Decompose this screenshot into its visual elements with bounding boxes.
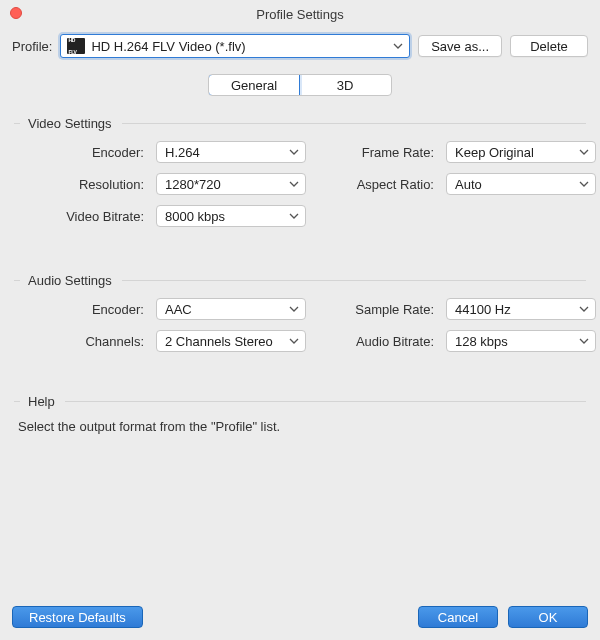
- profile-select[interactable]: HD H.264 FLV Video (*.flv): [60, 34, 410, 58]
- chevron-down-icon: [579, 336, 589, 346]
- video-encoder-label: Encoder:: [18, 145, 146, 160]
- audio-settings-section: Audio Settings Encoder: AAC Sample Rate:…: [0, 273, 600, 388]
- chevron-down-icon: [289, 336, 299, 346]
- help-section: Help Select the output format from the "…: [0, 394, 600, 434]
- audio-bitrate-select[interactable]: 128 kbps: [446, 330, 596, 352]
- flv-icon: [67, 38, 85, 54]
- tabs: General 3D: [0, 68, 600, 110]
- help-header: Help: [14, 394, 586, 409]
- window-title: Profile Settings: [256, 7, 343, 22]
- chevron-down-icon: [289, 211, 299, 221]
- window-controls: [10, 7, 22, 19]
- ok-button[interactable]: OK: [508, 606, 588, 628]
- audio-encoder-label: Encoder:: [18, 302, 146, 317]
- frame-rate-select[interactable]: Keep Original: [446, 141, 596, 163]
- video-bitrate-select[interactable]: 8000 kbps: [156, 205, 306, 227]
- profile-row: Profile: HD H.264 FLV Video (*.flv) Save…: [0, 28, 600, 68]
- audio-encoder-select[interactable]: AAC: [156, 298, 306, 320]
- audio-settings-header: Audio Settings: [14, 273, 586, 288]
- sample-rate-select[interactable]: 44100 Hz: [446, 298, 596, 320]
- video-settings-section: Video Settings Encoder: H.264 Frame Rate…: [0, 116, 600, 267]
- aspect-ratio-label: Aspect Ratio:: [316, 177, 436, 192]
- help-title: Help: [28, 394, 55, 409]
- video-encoder-select[interactable]: H.264: [156, 141, 306, 163]
- tab-segment: General 3D: [208, 74, 392, 96]
- restore-defaults-button[interactable]: Restore Defaults: [12, 606, 143, 628]
- chevron-down-icon: [289, 179, 299, 189]
- chevron-down-icon: [579, 147, 589, 157]
- audio-settings-title: Audio Settings: [28, 273, 112, 288]
- chevron-down-icon: [579, 304, 589, 314]
- video-settings-header: Video Settings: [14, 116, 586, 131]
- close-icon[interactable]: [10, 7, 22, 19]
- footer: Restore Defaults Cancel OK: [0, 596, 600, 640]
- frame-rate-label: Frame Rate:: [316, 145, 436, 160]
- save-as-button[interactable]: Save as...: [418, 35, 502, 57]
- profile-value: HD H.264 FLV Video (*.flv): [91, 39, 387, 54]
- chevron-down-icon: [289, 147, 299, 157]
- resolution-select[interactable]: 1280*720: [156, 173, 306, 195]
- video-settings-title: Video Settings: [28, 116, 112, 131]
- titlebar: Profile Settings: [0, 0, 600, 28]
- profile-settings-window: Profile Settings Profile: HD H.264 FLV V…: [0, 0, 600, 640]
- chevron-down-icon: [579, 179, 589, 189]
- sample-rate-label: Sample Rate:: [316, 302, 436, 317]
- channels-label: Channels:: [18, 334, 146, 349]
- chevron-down-icon: [289, 304, 299, 314]
- chevron-down-icon: [393, 41, 403, 51]
- aspect-ratio-select[interactable]: Auto: [446, 173, 596, 195]
- cancel-button[interactable]: Cancel: [418, 606, 498, 628]
- help-text: Select the output format from the "Profi…: [18, 419, 586, 434]
- audio-bitrate-label: Audio Bitrate:: [316, 334, 436, 349]
- profile-label: Profile:: [12, 39, 52, 54]
- channels-select[interactable]: 2 Channels Stereo: [156, 330, 306, 352]
- tab-general[interactable]: General: [208, 74, 300, 96]
- tab-3d[interactable]: 3D: [299, 75, 391, 95]
- resolution-label: Resolution:: [18, 177, 146, 192]
- delete-button[interactable]: Delete: [510, 35, 588, 57]
- video-bitrate-label: Video Bitrate:: [18, 209, 146, 224]
